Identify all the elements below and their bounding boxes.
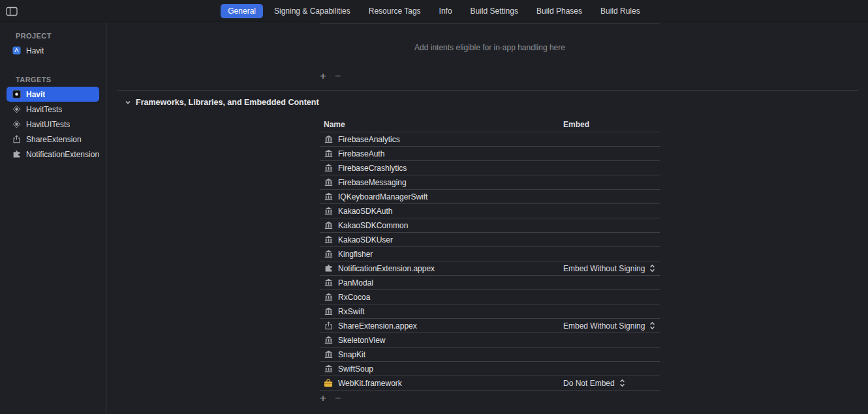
table-row[interactable]: NotificationExtension.appexEmbed Without… xyxy=(320,261,660,276)
framework-name: KakaoSDKAuth xyxy=(338,207,392,216)
framework-name: SnapKit xyxy=(338,350,365,359)
frameworks-section-header: Frameworks, Libraries, and Embedded Cont… xyxy=(124,98,319,107)
framework-name: PanModal xyxy=(338,278,373,288)
sidebar-item-label: Havit xyxy=(26,46,44,55)
project-navigator-sidebar: PROJECT Havit TARGETS HavitHavitTestsHav… xyxy=(0,22,106,414)
table-row[interactable]: RxSwift xyxy=(320,304,660,319)
table-row[interactable]: SnapKit xyxy=(320,347,660,362)
framework-name: FirebaseCrashlytics xyxy=(338,164,407,173)
sidebar-item-havit[interactable]: Havit xyxy=(7,87,99,102)
project-group-header: PROJECT xyxy=(16,32,106,40)
tab-bar: GeneralSigning & CapabilitiesResource Ta… xyxy=(221,4,647,18)
tab-signing-capabilities[interactable]: Signing & Capabilities xyxy=(267,4,358,18)
table-row[interactable]: SkeletonView xyxy=(320,333,660,347)
framework-name: KakaoSDKUser xyxy=(338,235,393,244)
project-app-icon xyxy=(12,46,22,55)
table-row[interactable]: ShareExtension.appexEmbed Without Signin… xyxy=(320,319,660,333)
table-row[interactable]: KakaoSDKUser xyxy=(320,233,660,247)
library-icon xyxy=(324,192,333,201)
framework-name: WebKit.framework xyxy=(338,379,402,388)
table-row[interactable]: PanModal xyxy=(320,276,660,290)
framework-name: FirebaseAuth xyxy=(338,149,384,158)
sidebar-item-havit-project[interactable]: Havit xyxy=(7,43,99,58)
library-icon xyxy=(324,278,333,288)
updown-chevrons-icon xyxy=(649,264,655,273)
frameworks-table-rows: FirebaseAnalyticsFirebaseAuthFirebaseCra… xyxy=(320,132,660,391)
framework-name: SwiftSoup xyxy=(338,364,373,374)
add-framework-button[interactable]: + xyxy=(320,392,326,404)
embed-dropdown[interactable]: Do Not Embed xyxy=(563,379,625,388)
column-header-name: Name xyxy=(324,120,345,129)
table-row[interactable]: FirebaseAnalytics xyxy=(320,132,660,147)
general-pane: Add intents eligible for in-app handling… xyxy=(107,22,868,414)
tab-general[interactable]: General xyxy=(221,4,263,18)
library-icon xyxy=(324,307,333,316)
toggle-sidebar-icon[interactable] xyxy=(5,5,18,17)
embed-dropdown[interactable]: Embed Without Signing xyxy=(563,264,655,273)
embed-dropdown-value: Embed Without Signing xyxy=(563,264,645,273)
column-header-embed: Embed xyxy=(563,120,589,129)
table-row[interactable]: IQKeyboardManagerSwift xyxy=(320,190,660,204)
share-extension-icon xyxy=(12,134,22,144)
intents-table-border xyxy=(320,23,660,24)
frameworks-table-header: Name Embed xyxy=(320,117,660,132)
sidebar-item-havituitests[interactable]: HavitUITests xyxy=(7,117,99,132)
library-icon xyxy=(324,336,333,345)
library-icon xyxy=(324,350,333,359)
framework-name: ShareExtension.appex xyxy=(338,321,417,331)
remove-intent-button[interactable]: − xyxy=(335,70,341,81)
framework-name: Kingfisher xyxy=(338,250,373,259)
framework-name: FirebaseAnalytics xyxy=(338,135,400,144)
table-row[interactable]: SwiftSoup xyxy=(320,362,660,376)
uitest-bundle-icon xyxy=(12,119,22,129)
sidebar-item-label: ShareExtension xyxy=(26,135,82,144)
tab-build-rules[interactable]: Build Rules xyxy=(593,4,647,18)
editor-tab-bar: GeneralSigning & CapabilitiesResource Ta… xyxy=(0,0,868,22)
remove-framework-button[interactable]: − xyxy=(335,392,341,404)
library-icon xyxy=(324,178,333,187)
framework-name: NotificationExtension.appex xyxy=(338,264,435,273)
table-row[interactable]: Kingfisher xyxy=(320,247,660,261)
tab-resource-tags[interactable]: Resource Tags xyxy=(362,4,428,18)
targets-group-header: TARGETS xyxy=(16,76,106,83)
tab-info[interactable]: Info xyxy=(432,4,459,18)
sidebar-item-notificationextension[interactable]: NotificationExtension xyxy=(7,147,99,162)
tab-build-settings[interactable]: Build Settings xyxy=(463,4,525,18)
sidebar-item-havittests[interactable]: HavitTests xyxy=(7,102,99,117)
table-row[interactable]: FirebaseCrashlytics xyxy=(320,161,660,175)
target-app-icon xyxy=(12,89,22,99)
table-row[interactable]: KakaoSDKCommon xyxy=(320,218,660,233)
library-icon xyxy=(324,250,333,259)
library-icon xyxy=(324,221,333,230)
table-row[interactable]: FirebaseMessaging xyxy=(320,175,660,190)
notification-extension-icon xyxy=(324,264,333,273)
chevron-down-icon[interactable] xyxy=(124,99,131,106)
table-row[interactable]: WebKit.frameworkDo Not Embed xyxy=(320,376,660,391)
framework-name: RxCocoa xyxy=(338,293,370,302)
framework-yellow-icon xyxy=(324,379,333,388)
table-row[interactable]: KakaoSDKAuth xyxy=(320,204,660,218)
sidebar-item-shareextension[interactable]: ShareExtension xyxy=(7,132,99,147)
embed-dropdown[interactable]: Embed Without Signing xyxy=(563,321,655,331)
sidebar-item-label: HavitTests xyxy=(26,105,62,114)
library-icon xyxy=(324,293,333,302)
embed-dropdown-value: Embed Without Signing xyxy=(563,321,645,331)
frameworks-add-remove: + − xyxy=(320,392,341,404)
add-intent-button[interactable]: + xyxy=(320,70,326,81)
framework-name: RxSwift xyxy=(338,307,365,316)
embed-dropdown-value: Do Not Embed xyxy=(563,379,615,388)
table-row[interactable]: FirebaseAuth xyxy=(320,147,660,161)
library-icon xyxy=(324,235,333,244)
sidebar-item-label: HavitUITests xyxy=(26,120,70,129)
notification-extension-icon xyxy=(12,149,22,159)
library-icon xyxy=(324,149,333,158)
library-icon xyxy=(324,164,333,173)
library-icon xyxy=(324,135,333,144)
intents-add-remove: + − xyxy=(320,70,341,81)
intents-placeholder: Add intents eligible for in-app handling… xyxy=(320,43,660,52)
table-row[interactable]: RxCocoa xyxy=(320,290,660,304)
section-title: Frameworks, Libraries, and Embedded Cont… xyxy=(136,98,319,107)
framework-name: FirebaseMessaging xyxy=(338,178,407,187)
tab-build-phases[interactable]: Build Phases xyxy=(529,4,589,18)
frameworks-table: Name Embed FirebaseAnalyticsFirebaseAuth… xyxy=(320,117,660,391)
